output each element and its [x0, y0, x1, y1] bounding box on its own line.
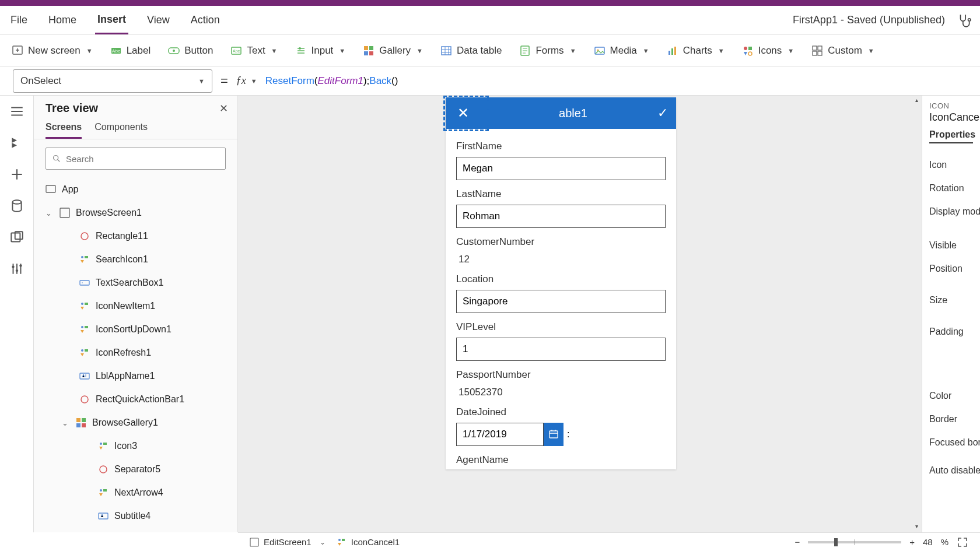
- props-tab-properties[interactable]: Properties: [929, 129, 973, 143]
- button-button[interactable]: Button: [168, 45, 213, 57]
- zoom-slider[interactable]: [808, 541, 901, 543]
- chevron-down-icon[interactable]: ⌄: [320, 538, 326, 546]
- label-icon: Abc: [110, 45, 122, 57]
- prop-visible[interactable]: Visible: [929, 240, 973, 251]
- tree-node-app[interactable]: App: [34, 178, 237, 201]
- menu-view[interactable]: View: [145, 7, 172, 33]
- icons-button[interactable]: Icons▼: [742, 45, 794, 57]
- new-screen-button[interactable]: New screen▼: [12, 45, 93, 57]
- tree-node-iconnew[interactable]: IconNewItem1: [34, 294, 237, 318]
- search-input[interactable]: [46, 148, 226, 170]
- firstname-input[interactable]: [456, 157, 666, 180]
- crumb-label: EditScreen1: [264, 537, 312, 547]
- media-rail-icon[interactable]: [9, 230, 24, 245]
- date-input[interactable]: [456, 423, 544, 446]
- tab-screens[interactable]: Screens: [46, 122, 82, 139]
- media-button[interactable]: Media▼: [594, 45, 649, 57]
- chevron-down-icon[interactable]: ⌄: [62, 419, 70, 427]
- svg-rect-68: [342, 539, 345, 541]
- svg-rect-64: [99, 513, 108, 519]
- tree-node-rectquick[interactable]: RectQuickActionBar1: [34, 388, 237, 411]
- menu-home[interactable]: Home: [46, 7, 79, 33]
- crumb-iconcancel[interactable]: IconCancel1: [337, 537, 400, 547]
- tree-node-browsescreen[interactable]: ⌄BrowseScreen1: [34, 201, 237, 224]
- prop-border[interactable]: Border: [929, 414, 973, 424]
- prop-autodisable[interactable]: Auto disable o: [929, 465, 973, 476]
- data-icon[interactable]: [9, 198, 24, 213]
- prop-size[interactable]: Size: [929, 295, 973, 306]
- prop-color[interactable]: Color: [929, 391, 973, 401]
- accept-icon[interactable]: ✓: [657, 106, 668, 121]
- zoom-tick: [855, 539, 855, 545]
- tree-node-iconsort[interactable]: IconSortUpDown1: [34, 318, 237, 341]
- forms-button[interactable]: Forms▼: [519, 45, 576, 57]
- tree-node-iconrefresh[interactable]: IconRefresh1: [34, 341, 237, 364]
- menu-file[interactable]: File: [8, 7, 30, 33]
- search-field[interactable]: [66, 154, 219, 164]
- svg-rect-65: [550, 431, 558, 438]
- tab-components[interactable]: Components: [94, 122, 148, 139]
- input-button[interactable]: Input▼: [295, 45, 346, 57]
- label-button[interactable]: Abc Label: [110, 45, 151, 57]
- property-selector[interactable]: OnSelect ▼: [13, 69, 212, 93]
- tree-node-searchicon[interactable]: SearchIcon1: [34, 248, 237, 271]
- media-icon: [594, 45, 606, 57]
- location-input[interactable]: [456, 290, 666, 313]
- hamburger-icon[interactable]: [9, 104, 24, 119]
- field-label-passport: PassportNumber: [456, 369, 666, 381]
- zoom-knob[interactable]: [834, 538, 838, 546]
- prop-position[interactable]: Position: [929, 264, 973, 274]
- svg-rect-27: [818, 51, 822, 55]
- formula-input[interactable]: ResetForm(EditForm1);Back(): [265, 75, 398, 87]
- tree-node-subtitle[interactable]: Subtitle4: [34, 504, 237, 528]
- scroll-up-icon[interactable]: ▴: [912, 97, 921, 105]
- advanced-icon[interactable]: [9, 261, 24, 276]
- svg-point-0: [968, 18, 971, 20]
- tree-view-icon[interactable]: [9, 135, 24, 150]
- svg-marker-40: [80, 260, 84, 263]
- text-button[interactable]: Abc Text▼: [230, 45, 277, 57]
- cancel-icon[interactable]: ✕: [457, 105, 469, 121]
- menu-action[interactable]: Action: [188, 7, 222, 33]
- scroll-down-icon[interactable]: ▾: [912, 523, 921, 531]
- prop-rotation[interactable]: Rotation: [929, 183, 973, 194]
- svg-rect-9: [364, 46, 368, 50]
- close-icon[interactable]: ✕: [219, 102, 228, 115]
- menu-insert[interactable]: Insert: [95, 6, 128, 34]
- svg-point-67: [338, 539, 341, 541]
- scrollbar-vertical[interactable]: ▴ ▾: [912, 97, 921, 531]
- prop-displaymode[interactable]: Display mode: [929, 206, 973, 217]
- prop-focused-border[interactable]: Focused borde: [929, 437, 973, 448]
- prop-padding[interactable]: Padding: [929, 327, 973, 337]
- tree-node-icon3[interactable]: Icon3: [34, 434, 237, 458]
- datatable-button[interactable]: Data table: [440, 45, 502, 57]
- text-label: Text: [247, 45, 265, 57]
- tree-node-textsearch[interactable]: TextSearchBox1: [34, 271, 237, 294]
- fit-to-window-icon[interactable]: [957, 536, 968, 548]
- zoom-out-button[interactable]: −: [794, 537, 800, 547]
- crumb-editscreen[interactable]: EditScreen1 ⌄: [250, 537, 326, 547]
- tree-node-rectangle[interactable]: Rectangle11: [34, 224, 237, 248]
- fx-icon[interactable]: ƒx ▼: [236, 75, 257, 87]
- tree-node-lblapp[interactable]: LblAppName1: [34, 364, 237, 388]
- prop-icon[interactable]: Icon: [929, 160, 973, 170]
- charts-button[interactable]: Charts▼: [667, 45, 724, 57]
- tree-node-nextarrow[interactable]: NextArrow4: [34, 481, 237, 504]
- canvas[interactable]: ▴ ▾ ✕ able1 ✓ FirstName LastName Custome…: [238, 96, 922, 532]
- custom-button[interactable]: Custom▼: [811, 45, 874, 57]
- vip-input[interactable]: [456, 338, 666, 361]
- props-category: ICON: [929, 101, 973, 110]
- textinput-icon: [79, 278, 90, 288]
- svg-marker-59: [99, 447, 103, 450]
- gallery-button[interactable]: Gallery▼: [363, 45, 423, 57]
- input-icon: [295, 45, 307, 57]
- tree-node-gallery[interactable]: ⌄BrowseGallery1: [34, 411, 237, 434]
- calendar-icon[interactable]: [544, 423, 564, 446]
- insert-icon[interactable]: [9, 167, 24, 182]
- lastname-input[interactable]: [456, 205, 666, 228]
- tree-node-separator[interactable]: Separator5: [34, 458, 237, 481]
- chevron-down-icon[interactable]: ⌄: [46, 209, 54, 217]
- zoom-in-button[interactable]: +: [909, 537, 915, 547]
- chevron-down-icon: ▼: [868, 47, 874, 54]
- app-checker-icon[interactable]: [957, 13, 972, 28]
